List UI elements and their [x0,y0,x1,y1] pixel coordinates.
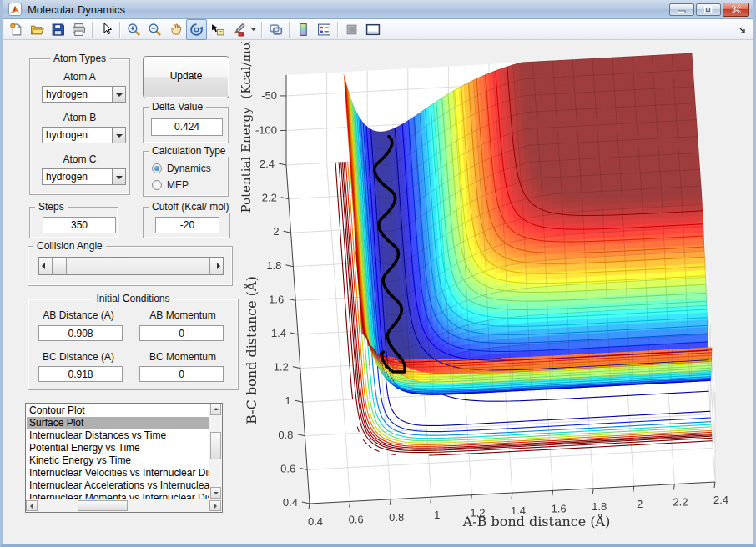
new-file-icon[interactable] [6,19,27,40]
chevron-down-icon[interactable] [112,87,125,102]
radio-selected-icon[interactable] [152,163,162,173]
scroll-down-icon[interactable] [210,487,221,499]
calculation-type-panel: Calculation Type Dynamics MEP [143,151,229,197]
title-bar[interactable]: Molecular Dynamics [3,0,753,19]
atom-b-label: Atom B [30,112,129,123]
atom-c-label: Atom C [30,153,129,165]
chevron-down-icon[interactable] [112,169,125,184]
cutoff-title: Cutoff (Kcal/ mol) [149,201,232,213]
toolbar-separator [119,22,121,38]
pes-surface-plot[interactable] [234,42,756,547]
cutoff-panel: Cutoff (Kcal/ mol) -20 [143,207,230,238]
brush-caret-icon[interactable] [249,19,259,40]
show-plot-tools-icon[interactable] [362,19,383,40]
collision-angle-panel: Collision Angle [28,246,233,286]
delta-value-field[interactable]: 0.424 [151,118,223,136]
update-button[interactable]: Update [143,56,229,98]
toolbar-separator [261,22,263,38]
data-cursor-icon[interactable] [207,19,228,40]
scroll-left-icon[interactable] [26,500,38,511]
dynamics-radio[interactable]: Dynamics [152,163,227,174]
horizontal-scrollbar[interactable] [26,499,222,512]
save-icon[interactable] [48,19,68,40]
steps-field[interactable]: 350 [43,217,116,233]
mep-radio[interactable]: MEP [152,179,227,191]
atom-types-title: Atom Types [50,53,109,64]
chevron-down-icon[interactable] [112,128,125,143]
close-button[interactable] [723,3,749,17]
list-item[interactable]: Potential Energy vs Time [27,442,211,454]
vertical-scrollbar[interactable] [209,404,222,499]
delta-value-panel: Delta Value 0.424 [143,107,229,143]
scroll-thumb[interactable] [78,500,128,511]
atom-a-label: Atom A [30,71,129,83]
ab-momentum-field[interactable]: 0 [139,325,224,341]
brush-icon[interactable] [228,19,249,40]
list-item[interactable]: Kinetic Energy vs Time [27,454,211,467]
collision-angle-title: Collision Angle [33,240,106,252]
slider-right-arrow[interactable] [209,258,223,274]
atom-types-panel: Atom Types Atom A hydrogen Atom B hydrog… [29,58,130,195]
app-window: Molecular Dynamics Atom Types Atom A hyd… [0,0,756,547]
steps-title: Steps [35,201,68,213]
toolbar-separator [337,22,339,38]
plot-type-listbox[interactable]: Contour Plot Surface Plot Internuclear D… [25,403,223,513]
bc-momentum-field[interactable]: 0 [139,366,224,382]
hide-plot-tools-icon[interactable] [341,19,362,40]
atom-c-select[interactable]: hydrogen [42,168,126,185]
slider-thumb[interactable] [53,258,67,274]
print-icon[interactable] [68,19,89,40]
atom-b-select[interactable]: hydrogen [42,127,126,143]
radio-icon[interactable] [152,180,162,190]
scroll-up-icon[interactable] [210,404,221,415]
link-plots-icon[interactable] [265,19,286,40]
zoom-out-icon[interactable] [144,19,165,40]
atom-a-select[interactable]: hydrogen [42,86,126,103]
window-title: Molecular Dynamics [28,3,125,16]
scroll-thumb[interactable] [210,432,221,459]
toolbar-overflow-icon[interactable] [739,25,747,37]
initial-conditions-title: Initial Conditions [93,293,173,304]
list-item[interactable]: Internuclear Distances vs Time [27,429,211,442]
matlab-logo-icon [8,3,22,16]
pan-hand-icon[interactable] [165,19,186,40]
bc-distance-field[interactable]: 0.918 [38,366,123,382]
rotate-3d-icon[interactable] [186,19,207,40]
scroll-right-icon[interactable] [209,500,221,511]
insert-legend-icon[interactable] [314,19,335,40]
collision-angle-slider[interactable] [38,257,224,275]
figure-toolbar [3,19,753,40]
maximize-button[interactable] [696,3,721,16]
list-item[interactable]: Internuclear Velocities vs Internuclear … [27,467,211,479]
open-file-icon[interactable] [27,19,48,40]
minimize-button[interactable] [669,3,694,16]
insert-colorbar-icon[interactable] [293,19,314,40]
toolbar-separator [92,22,93,38]
calculation-type-title: Calculation Type [149,145,229,157]
slider-left-arrow[interactable] [39,258,53,274]
steps-panel: Steps 350 [29,207,118,238]
cutoff-field[interactable]: -20 [155,217,219,233]
delta-value-title: Delta Value [149,101,206,113]
arrow-cursor-icon[interactable] [96,19,117,40]
ab-distance-field[interactable]: 0.908 [38,325,123,341]
list-item[interactable]: Contour Plot [27,404,211,417]
initial-conditions-panel: Initial Conditions AB Distance (A) AB Mo… [28,299,239,390]
zoom-in-icon[interactable] [123,19,144,40]
toolbar-separator [289,22,290,38]
list-item[interactable]: Internuclear Accelerations vs Internucle… [27,479,211,492]
list-item[interactable]: Surface Plot [27,417,211,429]
